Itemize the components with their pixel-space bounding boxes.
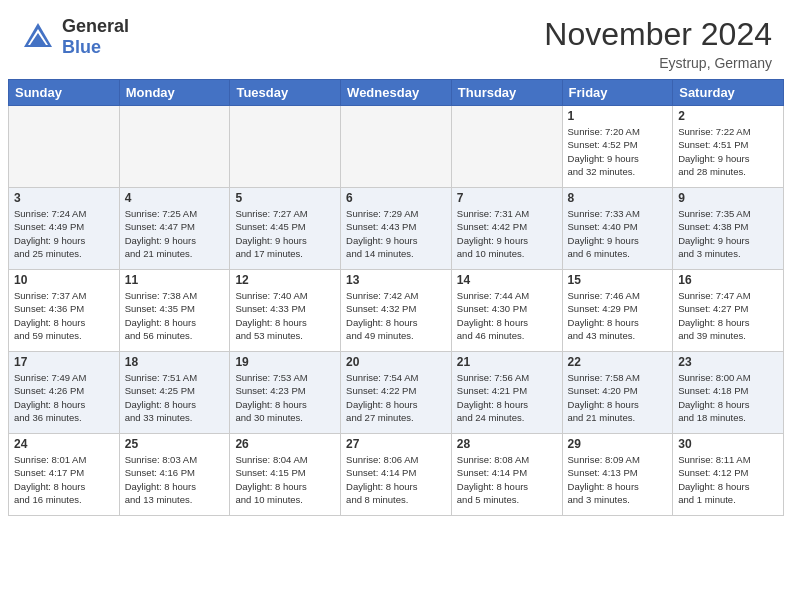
day-number: 4 <box>125 191 225 205</box>
day-info: Sunrise: 7:49 AM Sunset: 4:26 PM Dayligh… <box>14 371 114 424</box>
logo: General Blue <box>20 16 129 58</box>
col-thursday: Thursday <box>451 80 562 106</box>
col-monday: Monday <box>119 80 230 106</box>
calendar-week-row: 1Sunrise: 7:20 AM Sunset: 4:52 PM Daylig… <box>9 106 784 188</box>
day-info: Sunrise: 7:27 AM Sunset: 4:45 PM Dayligh… <box>235 207 335 260</box>
day-number: 6 <box>346 191 446 205</box>
logo-general-text: General <box>62 16 129 37</box>
day-number: 1 <box>568 109 668 123</box>
day-number: 22 <box>568 355 668 369</box>
col-tuesday: Tuesday <box>230 80 341 106</box>
day-info: Sunrise: 8:03 AM Sunset: 4:16 PM Dayligh… <box>125 453 225 506</box>
day-number: 19 <box>235 355 335 369</box>
day-number: 27 <box>346 437 446 451</box>
table-row <box>341 106 452 188</box>
day-number: 7 <box>457 191 557 205</box>
day-info: Sunrise: 7:56 AM Sunset: 4:21 PM Dayligh… <box>457 371 557 424</box>
month-title: November 2024 <box>544 16 772 53</box>
table-row: 9Sunrise: 7:35 AM Sunset: 4:38 PM Daylig… <box>673 188 784 270</box>
location: Eystrup, Germany <box>544 55 772 71</box>
day-number: 28 <box>457 437 557 451</box>
day-info: Sunrise: 7:20 AM Sunset: 4:52 PM Dayligh… <box>568 125 668 178</box>
day-number: 17 <box>14 355 114 369</box>
day-number: 3 <box>14 191 114 205</box>
col-saturday: Saturday <box>673 80 784 106</box>
day-info: Sunrise: 7:44 AM Sunset: 4:30 PM Dayligh… <box>457 289 557 342</box>
col-wednesday: Wednesday <box>341 80 452 106</box>
day-number: 24 <box>14 437 114 451</box>
col-sunday: Sunday <box>9 80 120 106</box>
day-info: Sunrise: 8:04 AM Sunset: 4:15 PM Dayligh… <box>235 453 335 506</box>
day-number: 11 <box>125 273 225 287</box>
day-number: 21 <box>457 355 557 369</box>
day-number: 18 <box>125 355 225 369</box>
day-number: 9 <box>678 191 778 205</box>
table-row <box>230 106 341 188</box>
day-info: Sunrise: 7:58 AM Sunset: 4:20 PM Dayligh… <box>568 371 668 424</box>
day-info: Sunrise: 7:31 AM Sunset: 4:42 PM Dayligh… <box>457 207 557 260</box>
logo-icon <box>20 19 56 55</box>
table-row: 2Sunrise: 7:22 AM Sunset: 4:51 PM Daylig… <box>673 106 784 188</box>
table-row: 11Sunrise: 7:38 AM Sunset: 4:35 PM Dayli… <box>119 270 230 352</box>
day-number: 12 <box>235 273 335 287</box>
table-row: 21Sunrise: 7:56 AM Sunset: 4:21 PM Dayli… <box>451 352 562 434</box>
day-number: 10 <box>14 273 114 287</box>
day-info: Sunrise: 7:53 AM Sunset: 4:23 PM Dayligh… <box>235 371 335 424</box>
table-row: 6Sunrise: 7:29 AM Sunset: 4:43 PM Daylig… <box>341 188 452 270</box>
day-info: Sunrise: 8:09 AM Sunset: 4:13 PM Dayligh… <box>568 453 668 506</box>
day-info: Sunrise: 7:46 AM Sunset: 4:29 PM Dayligh… <box>568 289 668 342</box>
table-row: 15Sunrise: 7:46 AM Sunset: 4:29 PM Dayli… <box>562 270 673 352</box>
calendar-week-row: 10Sunrise: 7:37 AM Sunset: 4:36 PM Dayli… <box>9 270 784 352</box>
day-number: 25 <box>125 437 225 451</box>
table-row: 23Sunrise: 8:00 AM Sunset: 4:18 PM Dayli… <box>673 352 784 434</box>
day-info: Sunrise: 8:11 AM Sunset: 4:12 PM Dayligh… <box>678 453 778 506</box>
day-number: 26 <box>235 437 335 451</box>
day-info: Sunrise: 7:24 AM Sunset: 4:49 PM Dayligh… <box>14 207 114 260</box>
day-info: Sunrise: 7:40 AM Sunset: 4:33 PM Dayligh… <box>235 289 335 342</box>
table-row <box>451 106 562 188</box>
table-row: 10Sunrise: 7:37 AM Sunset: 4:36 PM Dayli… <box>9 270 120 352</box>
table-row: 3Sunrise: 7:24 AM Sunset: 4:49 PM Daylig… <box>9 188 120 270</box>
day-number: 13 <box>346 273 446 287</box>
day-number: 20 <box>346 355 446 369</box>
title-area: November 2024 Eystrup, Germany <box>544 16 772 71</box>
day-info: Sunrise: 7:38 AM Sunset: 4:35 PM Dayligh… <box>125 289 225 342</box>
table-row: 12Sunrise: 7:40 AM Sunset: 4:33 PM Dayli… <box>230 270 341 352</box>
day-info: Sunrise: 7:35 AM Sunset: 4:38 PM Dayligh… <box>678 207 778 260</box>
table-row: 14Sunrise: 7:44 AM Sunset: 4:30 PM Dayli… <box>451 270 562 352</box>
day-number: 14 <box>457 273 557 287</box>
logo-blue-text: Blue <box>62 37 129 58</box>
day-info: Sunrise: 7:47 AM Sunset: 4:27 PM Dayligh… <box>678 289 778 342</box>
table-row: 7Sunrise: 7:31 AM Sunset: 4:42 PM Daylig… <box>451 188 562 270</box>
calendar-header-row: Sunday Monday Tuesday Wednesday Thursday… <box>9 80 784 106</box>
calendar-wrapper: Sunday Monday Tuesday Wednesday Thursday… <box>0 79 792 524</box>
table-row <box>119 106 230 188</box>
day-info: Sunrise: 7:33 AM Sunset: 4:40 PM Dayligh… <box>568 207 668 260</box>
calendar-week-row: 3Sunrise: 7:24 AM Sunset: 4:49 PM Daylig… <box>9 188 784 270</box>
table-row: 16Sunrise: 7:47 AM Sunset: 4:27 PM Dayli… <box>673 270 784 352</box>
day-info: Sunrise: 8:00 AM Sunset: 4:18 PM Dayligh… <box>678 371 778 424</box>
table-row: 4Sunrise: 7:25 AM Sunset: 4:47 PM Daylig… <box>119 188 230 270</box>
table-row: 20Sunrise: 7:54 AM Sunset: 4:22 PM Dayli… <box>341 352 452 434</box>
day-number: 16 <box>678 273 778 287</box>
table-row: 5Sunrise: 7:27 AM Sunset: 4:45 PM Daylig… <box>230 188 341 270</box>
day-info: Sunrise: 7:22 AM Sunset: 4:51 PM Dayligh… <box>678 125 778 178</box>
table-row: 27Sunrise: 8:06 AM Sunset: 4:14 PM Dayli… <box>341 434 452 516</box>
day-info: Sunrise: 8:01 AM Sunset: 4:17 PM Dayligh… <box>14 453 114 506</box>
table-row: 22Sunrise: 7:58 AM Sunset: 4:20 PM Dayli… <box>562 352 673 434</box>
day-number: 15 <box>568 273 668 287</box>
calendar-table: Sunday Monday Tuesday Wednesday Thursday… <box>8 79 784 516</box>
table-row: 30Sunrise: 8:11 AM Sunset: 4:12 PM Dayli… <box>673 434 784 516</box>
day-number: 2 <box>678 109 778 123</box>
table-row: 13Sunrise: 7:42 AM Sunset: 4:32 PM Dayli… <box>341 270 452 352</box>
table-row <box>9 106 120 188</box>
day-number: 5 <box>235 191 335 205</box>
table-row: 8Sunrise: 7:33 AM Sunset: 4:40 PM Daylig… <box>562 188 673 270</box>
table-row: 28Sunrise: 8:08 AM Sunset: 4:14 PM Dayli… <box>451 434 562 516</box>
day-info: Sunrise: 7:42 AM Sunset: 4:32 PM Dayligh… <box>346 289 446 342</box>
page-header: General Blue November 2024 Eystrup, Germ… <box>0 0 792 79</box>
day-info: Sunrise: 7:37 AM Sunset: 4:36 PM Dayligh… <box>14 289 114 342</box>
table-row: 17Sunrise: 7:49 AM Sunset: 4:26 PM Dayli… <box>9 352 120 434</box>
table-row: 29Sunrise: 8:09 AM Sunset: 4:13 PM Dayli… <box>562 434 673 516</box>
table-row: 26Sunrise: 8:04 AM Sunset: 4:15 PM Dayli… <box>230 434 341 516</box>
